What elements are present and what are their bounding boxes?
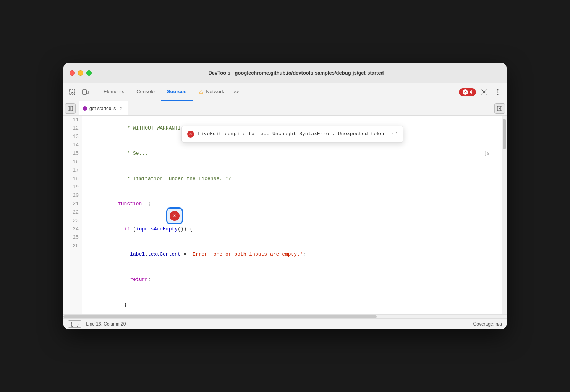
vertical-scrollbar[interactable]	[502, 116, 507, 314]
error-x-icon: ✕	[463, 89, 468, 95]
traffic-lights	[70, 70, 92, 76]
code-line-17: return;	[82, 267, 502, 292]
titlebar: DevTools - googlechrome.github.io/devtoo…	[63, 63, 507, 83]
line-num-17: 17	[63, 166, 82, 175]
statusbar-right: Coverage: n/a	[473, 321, 502, 327]
line-num-16: 16	[63, 158, 82, 166]
pretty-print-icon[interactable]: { }	[68, 320, 81, 328]
toolbar-right: ✕ 4	[459, 86, 504, 98]
file-tabs-bar: get-started.js ×	[63, 101, 507, 116]
file-tab-color-dot	[83, 106, 87, 111]
minimize-button[interactable]	[78, 70, 83, 76]
more-tabs-button[interactable]: >>	[230, 83, 242, 101]
error-tooltip-message: LiveEdit compile failed: Uncaught Syntax…	[198, 130, 398, 138]
editor-area: 11 12 13 14 15 16 17 18 19 20 21 22 23 2…	[63, 116, 507, 314]
error-tooltip: ✕ LiveEdit compile failed: Uncaught Synt…	[181, 126, 403, 143]
main-tabs: Elements Console Sources ⚠ Network >>	[97, 83, 242, 101]
code-editor[interactable]: ✕ LiveEdit compile failed: Uncaught Synt…	[82, 116, 502, 314]
horizontal-scrollbar[interactable]	[63, 314, 507, 318]
tab-elements[interactable]: Elements	[97, 83, 130, 101]
svg-point-3	[483, 91, 485, 93]
line-num-20: 20	[63, 191, 82, 200]
code-line-13: * limitation under the License. */	[82, 166, 502, 191]
coverage-status: Coverage: n/a	[473, 321, 502, 327]
toolbar-divider-1	[94, 87, 94, 97]
devtools-body: Elements Console Sources ⚠ Network >> ✕	[63, 83, 507, 329]
more-options-icon[interactable]	[492, 86, 504, 98]
error-tooltip-icon: ✕	[187, 131, 194, 138]
line-num-21: 21	[63, 200, 82, 208]
tab-console[interactable]: Console	[130, 83, 161, 101]
svg-point-4	[497, 89, 499, 90]
device-toolbar-icon[interactable]	[79, 86, 91, 98]
line-num-19: 19	[63, 183, 82, 191]
code-line-15: if (inputsAreEmpty()) {	[82, 217, 502, 242]
inspector-icon[interactable]	[66, 86, 78, 98]
code-line-14: function {	[82, 191, 502, 217]
line-num-13: 13	[63, 133, 82, 141]
code-line-18: }	[82, 292, 502, 314]
code-line-16: label.textContent = 'Error: one or both …	[82, 242, 502, 267]
error-badge[interactable]: ✕ 4	[459, 88, 476, 96]
line-num-11: 11	[63, 116, 82, 124]
scrollbar-thumb[interactable]	[503, 119, 506, 149]
horizontal-scrollbar-thumb[interactable]	[63, 315, 377, 318]
collapse-right-button[interactable]	[494, 103, 505, 114]
line-num-12: 12	[63, 124, 82, 133]
line-num-26: 26	[63, 242, 82, 250]
inline-error-marker: ✕	[166, 207, 183, 224]
svg-point-6	[497, 94, 499, 95]
line-num-14: 14	[63, 141, 82, 149]
svg-line-10	[70, 109, 71, 109]
cursor-position: Line 16, Column 20	[86, 321, 126, 327]
tab-sources[interactable]: Sources	[161, 83, 193, 101]
file-tab-name: get-started.js	[89, 106, 116, 111]
line-num-24: 24	[63, 225, 82, 233]
close-button[interactable]	[70, 70, 75, 76]
line-num-22: 22	[63, 208, 82, 217]
devtools-window: DevTools - googlechrome.github.io/devtoo…	[63, 63, 507, 329]
svg-point-5	[497, 91, 499, 92]
svg-line-14	[499, 109, 500, 109]
file-tab-get-started[interactable]: get-started.js ×	[79, 101, 128, 115]
settings-icon[interactable]	[478, 86, 490, 98]
main-toolbar: Elements Console Sources ⚠ Network >> ✕	[63, 83, 507, 101]
warning-icon: ⚠	[199, 89, 204, 95]
code-line-12: * Se...js	[82, 141, 502, 166]
line-num-23: 23	[63, 217, 82, 225]
svg-rect-1	[83, 90, 86, 94]
line-num-15: 15	[63, 149, 82, 158]
file-tab-close-button[interactable]: ×	[118, 105, 124, 112]
line-num-18: 18	[63, 175, 82, 183]
svg-rect-7	[68, 106, 73, 111]
line-numbers: 11 12 13 14 15 16 17 18 19 20 21 22 23 2…	[63, 116, 82, 314]
statusbar: { } Line 16, Column 20 Coverage: n/a	[63, 318, 507, 329]
window-title: DevTools - googlechrome.github.io/devtoo…	[92, 70, 500, 76]
sidebar-toggle-button[interactable]	[65, 103, 76, 114]
line-num-25: 25	[63, 233, 82, 242]
maximize-button[interactable]	[86, 70, 92, 76]
inline-error-icon: ✕	[170, 211, 180, 221]
tab-network[interactable]: ⚠ Network	[193, 83, 230, 101]
statusbar-left: { } Line 16, Column 20	[68, 320, 126, 328]
svg-rect-2	[87, 91, 88, 94]
